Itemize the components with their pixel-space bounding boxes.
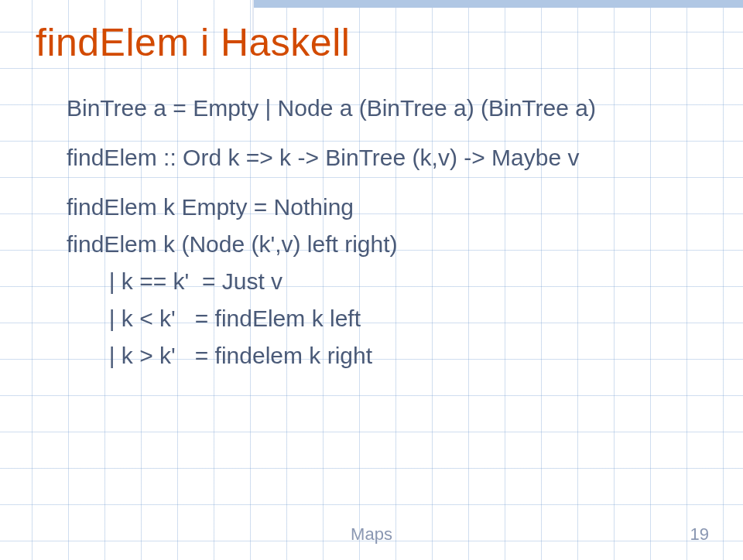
code-guard-gt: | k > k' = findelem k right — [67, 337, 697, 374]
footer-page-number: 19 — [690, 524, 709, 545]
slide-title: findElem i Haskell — [36, 20, 350, 65]
code-signature: findElem :: Ord k => k -> BinTree (k,v) … — [67, 139, 697, 176]
code-typedef: BinTree a = Empty | Node a (BinTree a) (… — [67, 90, 697, 127]
code-guard-lt: | k < k' = findElem k left — [67, 300, 697, 337]
footer-topic: Maps — [0, 524, 743, 545]
slide-body: BinTree a = Empty | Node a (BinTree a) (… — [67, 90, 697, 374]
code-guard-eq: | k == k' = Just v — [67, 263, 697, 300]
top-accent-bar — [252, 0, 743, 8]
code-def-node: findElem k (Node (k',v) left right) — [67, 226, 697, 263]
slide: findElem i Haskell BinTree a = Empty | N… — [0, 0, 743, 560]
code-def-empty: findElem k Empty = Nothing — [67, 189, 697, 226]
